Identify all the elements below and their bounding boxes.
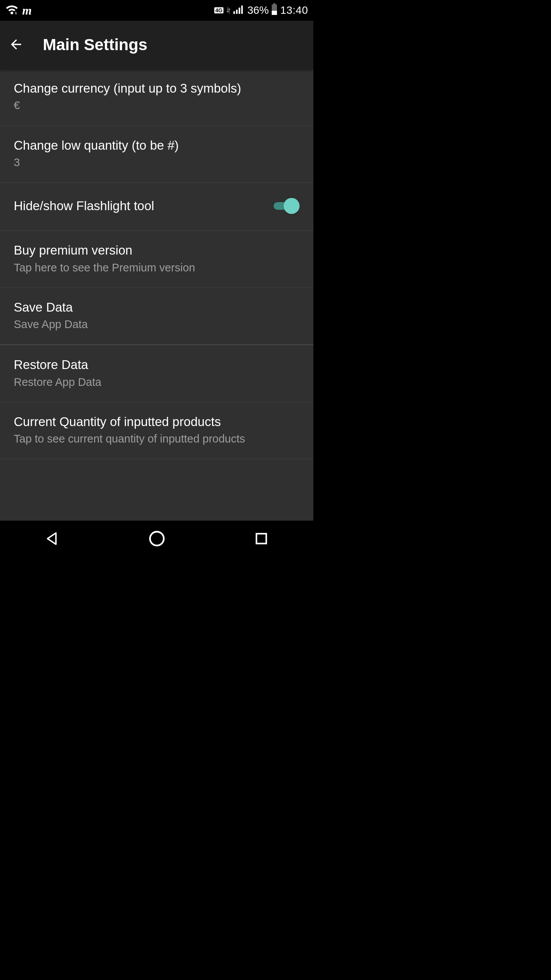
setting-buy-premium[interactable]: Buy premium version Tap here to see the … — [0, 231, 313, 288]
carrier-icon: m — [22, 3, 32, 18]
setting-title: Restore Data — [14, 357, 300, 372]
arrow-left-icon — [8, 37, 24, 53]
network-type-badge: 4G — [214, 7, 224, 13]
setting-save-data[interactable]: Save Data Save App Data — [0, 288, 313, 346]
nav-home-button[interactable] — [134, 521, 180, 557]
nav-recent-button[interactable] — [238, 521, 284, 557]
list-bottom-spacer — [0, 459, 313, 482]
settings-list[interactable]: Change currency (input up to 3 symbols) … — [0, 69, 313, 521]
circle-home-icon — [148, 529, 166, 549]
setting-current-quantity[interactable]: Current Quantity of inputted products Ta… — [0, 402, 313, 459]
setting-title: Change low quantity (to be #) — [14, 137, 300, 153]
svg-rect-9 — [272, 11, 277, 15]
nav-back-button[interactable] — [29, 521, 75, 557]
setting-title: Current Quantity of inputted products — [14, 414, 300, 430]
page-title: Main Settings — [43, 36, 147, 54]
setting-sub: Tap here to see the Premium version — [14, 261, 300, 274]
setting-restore-data[interactable]: Restore Data Restore App Data — [0, 345, 313, 402]
setting-value: 3 — [14, 155, 300, 169]
flashlight-switch[interactable] — [272, 198, 300, 214]
triangle-back-icon — [44, 530, 61, 548]
square-recent-icon — [253, 530, 270, 548]
svg-rect-3 — [233, 11, 235, 14]
setting-sub: Save App Data — [14, 317, 300, 331]
setting-title: Hide/show Flashlight tool — [14, 194, 263, 217]
battery-percent: 36% — [247, 4, 269, 16]
battery-icon — [271, 3, 278, 18]
svg-point-10 — [150, 532, 164, 546]
svg-rect-7 — [274, 3, 276, 5]
wifi-icon: 1 — [5, 4, 18, 17]
app-bar: Main Settings — [0, 21, 313, 69]
svg-rect-4 — [236, 10, 238, 14]
setting-value: € — [14, 98, 300, 112]
svg-text:1: 1 — [15, 11, 17, 15]
setting-sub: Tap to see current quantity of inputted … — [14, 432, 300, 446]
back-button[interactable] — [7, 36, 25, 54]
data-arrows-icon — [226, 4, 231, 16]
switch-thumb — [284, 198, 300, 214]
status-bar: 1 m 4G 36% 13:40 — [0, 0, 313, 21]
setting-title: Save Data — [14, 299, 300, 315]
navigation-bar — [0, 521, 313, 557]
svg-rect-11 — [256, 534, 266, 544]
setting-title: Buy premium version — [14, 242, 300, 258]
setting-flashlight-toggle[interactable]: Hide/show Flashlight tool — [0, 183, 313, 231]
setting-low-quantity[interactable]: Change low quantity (to be #) 3 — [0, 126, 313, 183]
setting-change-currency[interactable]: Change currency (input up to 3 symbols) … — [0, 69, 313, 126]
svg-rect-6 — [241, 5, 243, 14]
setting-title: Change currency (input up to 3 symbols) — [14, 80, 300, 96]
setting-sub: Restore App Data — [14, 375, 300, 389]
svg-rect-5 — [239, 7, 240, 13]
signal-icon — [233, 4, 245, 17]
clock: 13:40 — [280, 4, 308, 16]
svg-point-0 — [11, 11, 13, 14]
